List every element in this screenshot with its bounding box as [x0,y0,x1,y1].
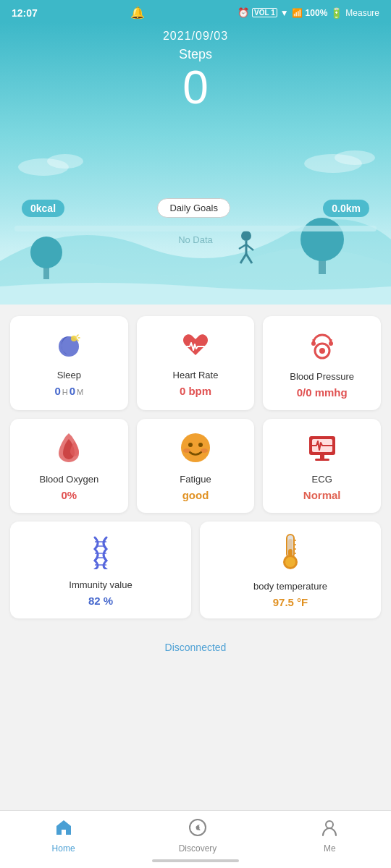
nav-discovery[interactable]: Discovery [179,818,217,854]
svg-point-24 [183,448,190,453]
nav-discovery-label: Discovery [179,843,217,854]
svg-point-46 [197,827,199,829]
hero-section: 2021/09/03 Steps 0 0kcal [0,22,391,305]
status-time: 12:07 [12,7,38,19]
fatigue-icon [180,432,211,468]
immunity-icon [85,535,117,574]
cards-row-1: Sleep 0H 0M Heart Rate 0 bpm [10,316,381,410]
daily-goals-button[interactable]: Daily Goals [157,198,230,218]
svg-point-25 [201,448,208,453]
blood-oxygen-value: 0% [61,489,77,501]
disconnected-label: Disconnected [165,642,227,653]
kcal-bubble: 0kcal [22,200,64,217]
ecg-value: Normal [303,489,341,501]
svg-point-22 [188,443,193,447]
heart-rate-value: 0 bpm [180,385,211,397]
fatigue-value: good [182,489,209,501]
no-data-label: No Data [14,234,377,245]
svg-point-23 [198,443,203,447]
svg-point-14 [71,336,77,341]
body-temp-label: body temperature [253,581,327,592]
measure-label: Measure [345,8,379,18]
blood-oxygen-label: Blood Oxygen [39,474,98,485]
landscape-svg [0,145,391,305]
svg-rect-29 [315,459,329,461]
svg-point-16 [319,348,325,354]
ecg-icon [306,432,338,468]
nav-me-label: Me [324,843,336,854]
heart-rate-label: Heart Rate [173,370,219,380]
fatigue-card[interactable]: Fatigue good [137,419,255,513]
blood-oxygen-card[interactable]: Blood Oxygen 0% [10,419,128,513]
sleep-value: 0H 0M [54,385,83,397]
steps-label: Steps [0,47,391,62]
battery-icon: 🔋 [330,7,342,19]
battery-pct: 100% [306,8,328,18]
disconnected-bar: Disconnected [0,633,391,662]
status-bar: 12:07 🔔 ⏰ VOL 1 ▼ 📶 100% 🔋 Measure [0,0,391,22]
svg-rect-28 [320,455,324,459]
svg-point-47 [326,821,333,828]
blood-pressure-icon [306,329,338,365]
km-bubble: 0.0km [323,200,369,217]
svg-point-1 [47,154,83,169]
sleep-icon [54,331,83,364]
progress-track [14,226,377,231]
nav-me[interactable]: Me [320,818,339,854]
sleep-card[interactable]: Sleep 0H 0M [10,316,128,410]
hero-date: 2021/09/03 [0,22,391,43]
cards-row-2: Blood Oxygen 0% Fatigue good [10,419,381,513]
stats-row: 0kcal Daily Goals 0.0km [0,198,391,218]
blood-pressure-value: 0/0 mmhg [297,386,348,399]
me-icon [320,818,339,841]
body-temp-value: 97.5 °F [273,596,308,608]
status-right: ⏰ VOL 1 ▼ 📶 100% 🔋 Measure [237,7,379,19]
wifi-icon: ▼ [280,8,289,18]
immunity-value: 82 % [88,595,113,607]
home-icon [54,818,73,841]
daily-goals-label: Daily Goals [169,203,217,213]
ecg-label: ECG [312,474,332,485]
notification-icon: 🔔 [130,6,145,20]
svg-point-21 [181,433,210,462]
progress-bar-area: No Data [14,226,377,245]
blood-oxygen-icon [53,432,85,468]
heart-rate-card[interactable]: Heart Rate 0 bpm [137,316,255,410]
cards-section: Sleep 0H 0M Heart Rate 0 bpm [0,305,391,633]
signal-icon: 📶 [292,8,303,18]
heart-rate-icon [180,331,211,364]
body-temp-icon [277,533,303,575]
immunity-card[interactable]: Immunity value 82 % [10,522,191,618]
ecg-card[interactable]: ECG Normal [263,419,381,513]
home-indicator [152,859,239,862]
svg-point-39 [285,557,295,567]
svg-point-3 [335,150,375,165]
nav-home[interactable]: Home [52,818,75,854]
body-temp-card[interactable]: body temperature 97.5 °F [200,522,381,618]
nav-home-label: Home [52,843,75,854]
blood-pressure-card[interactable]: Blood Pressure 0/0 mmhg [263,316,381,410]
immunity-label: Immunity value [69,579,132,590]
discovery-icon [188,818,207,841]
vol-icon: VOL 1 [252,8,277,17]
fatigue-label: Fatigue [180,474,211,485]
blood-pressure-label: Blood Pressure [290,371,354,382]
alarm-icon: ⏰ [237,7,249,18]
sleep-label: Sleep [57,370,81,380]
cards-row-3: Immunity value 82 % [10,522,381,618]
steps-value: 0 [0,62,391,113]
